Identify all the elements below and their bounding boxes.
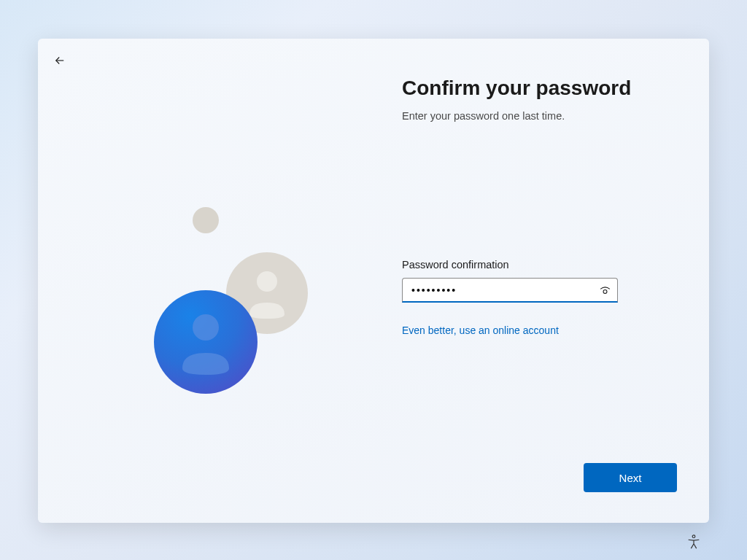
svg-point-0 [193, 207, 219, 233]
accessibility-icon [686, 534, 702, 550]
user-illustration [133, 206, 337, 396]
reveal-password-button[interactable] [597, 283, 612, 298]
setup-card: Confirm your password Enter your passwor… [38, 39, 709, 523]
content-panel: Confirm your password Enter your passwor… [402, 77, 686, 122]
svg-point-4 [193, 314, 219, 341]
password-input-wrapper [402, 278, 618, 303]
page-title: Confirm your password [402, 77, 686, 100]
page-subtitle: Enter your password one last time. [402, 110, 686, 122]
svg-point-3 [154, 290, 258, 394]
accessibility-button[interactable] [686, 534, 702, 550]
svg-point-6 [692, 535, 695, 538]
next-button[interactable]: Next [584, 463, 677, 492]
arrow-left-icon [53, 54, 66, 67]
eye-icon [599, 284, 611, 297]
svg-point-5 [603, 289, 607, 293]
svg-point-2 [257, 271, 277, 292]
password-label: Password confirmation [402, 259, 618, 271]
use-online-account-link[interactable]: Even better, use an online account [402, 324, 559, 336]
password-field-group: Password confirmation Even better, use a… [402, 259, 618, 337]
password-confirmation-input[interactable] [402, 278, 618, 303]
back-button[interactable] [51, 52, 69, 69]
